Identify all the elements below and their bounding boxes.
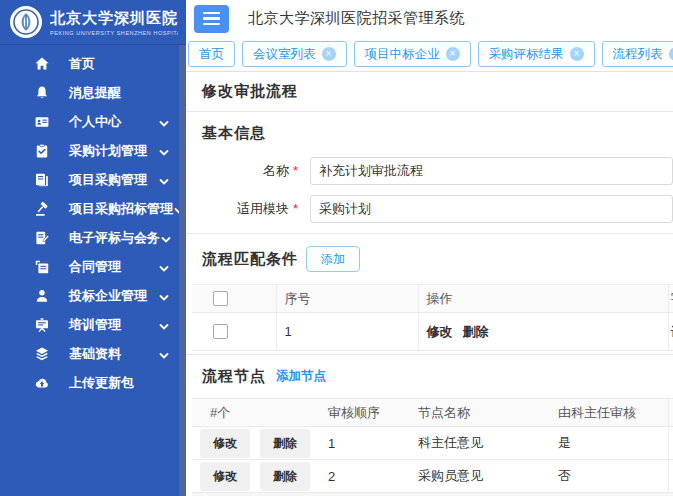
condition-seq-cell: 1 [276,313,418,351]
column-header-order: 审核顺序 [320,399,410,427]
sidebar-item-label: 合同管理 [69,258,158,276]
sidebar-item-project-procurement[interactable]: 项目采购管理 [0,165,186,194]
section-divider [186,354,673,355]
app-title: 北京大学深圳医院招采管理系统 [248,9,465,28]
column-header-cut: 字 [668,285,673,313]
sidebar-item-label: 投标企业管理 [69,287,158,305]
sidebar: 北京大学深圳医院 PEKING UNIVERSITY SHENZHEN HOSP… [0,0,186,496]
sidebar-scrollbar[interactable] [179,45,186,496]
condition-cut-cell: 计 [668,313,673,351]
column-header-seq: 序号 [276,285,418,313]
row-checkbox[interactable] [213,324,228,339]
sidebar-item-label: 培训管理 [69,316,158,334]
name-field-row: 名称 [202,157,673,185]
hospital-name-cn: 北京大学深圳医院 [50,9,178,28]
sidebar-item-label: 项目采购管理 [69,171,158,189]
name-field-label: 名称 [202,162,298,180]
sidebar-item-label: 首页 [69,55,170,73]
close-icon[interactable]: × [446,47,460,61]
chevron-down-icon [158,145,170,157]
sidebar-item-messages[interactable]: 消息提醒 [0,78,186,107]
close-icon[interactable]: × [570,47,584,61]
home-icon [33,55,50,72]
delete-button[interactable]: 删除 [260,429,310,458]
hospital-name-en: PEKING UNIVERSITY SHENZHEN HOSPITAL [50,30,178,36]
sidebar-item-contract-management[interactable]: 合同管理 [0,252,186,281]
node-row: 修改删除 2 采购员意见 否 [192,460,673,493]
delete-button[interactable]: 删除 [260,462,310,491]
nodes-table-header-row: #个 审核顺序 节点名称 由科主任审核 [192,399,673,427]
column-header-index: #个 [192,399,320,427]
conditions-table: 序号 操作 字 1 修改删除 计 [192,284,673,351]
sidebar-item-procurement-plan[interactable]: 采购计划管理 [0,136,186,165]
node-name-cell: 科主任意见 [410,427,550,460]
id-card-icon [33,113,50,130]
chevron-down-icon [158,261,170,273]
sidebar-item-label: 电子评标与会务 [69,229,160,247]
cloud-upload-icon [33,374,50,391]
add-condition-button[interactable]: 添加 [306,246,360,272]
top-header: 北京大学深圳医院招采管理系统 [186,0,673,37]
tab-meeting-room-list[interactable]: 会议室列表 × [242,41,347,67]
main-content: 修改审批流程 基本信息 名称 适用模块 流程匹配条件 添加 [186,72,673,496]
chevron-down-icon [160,232,172,244]
basic-info-form: 名称 适用模块 [202,157,673,223]
gavel-icon [33,200,50,217]
chevron-down-icon [158,174,170,186]
chevron-down-icon [158,319,170,331]
page-title-row: 修改审批流程 [186,72,673,112]
sidebar-item-bidder-enterprise[interactable]: 投标企业管理 [0,281,186,310]
delete-link[interactable]: 删除 [463,324,489,339]
module-field-label: 适用模块 [202,200,298,218]
sidebar-item-e-evaluation[interactable]: 电子评标与会务 [0,223,186,252]
sidebar-menu: 首页 消息提醒 个人中心 采购 [0,45,186,397]
hospital-logo-icon [9,5,43,39]
sidebar-item-upload-package[interactable]: 上传更新包 [0,368,186,397]
module-field-row: 适用模块 [202,195,673,223]
node-chief-cell: 是 [550,427,668,460]
tab-label: 采购评标结果 [489,46,564,63]
add-node-link[interactable]: 添加节点 [276,368,326,385]
close-icon[interactable]: × [322,47,336,61]
node-actions-cell: 修改删除 [192,460,320,493]
select-all-checkbox[interactable] [213,291,228,306]
tab-label: 首页 [199,46,224,63]
conditions-header: 流程匹配条件 添加 [202,246,657,272]
node-order-cell: 1 [320,427,410,460]
contract-icon [33,258,50,275]
condition-actions-cell: 修改删除 [418,313,668,351]
tab-home[interactable]: 首页 [188,41,235,67]
modify-link[interactable]: 修改 [427,324,453,339]
column-header-node-name: 节点名称 [410,399,550,427]
condition-row: 1 修改删除 计 [192,313,673,351]
nodes-table: #个 审核顺序 节点名称 由科主任审核 修改删除 1 科主任意见 是 [192,398,673,493]
sidebar-item-label: 采购计划管理 [69,142,158,160]
page-title: 修改审批流程 [202,82,298,101]
sidebar-item-bidding-management[interactable]: 项目采购招标管理 [0,194,186,223]
close-icon[interactable]: × [669,47,673,61]
sidebar-item-basic-data[interactable]: 基础资料 [0,339,186,368]
sidebar-item-training-management[interactable]: 培训管理 [0,310,186,339]
tab-label: 会议室列表 [253,46,316,63]
sidebar-item-personal-center[interactable]: 个人中心 [0,107,186,136]
tab-winning-enterprises[interactable]: 项目中标企业 × [354,41,471,67]
tab-evaluation-results[interactable]: 采购评标结果 × [478,41,595,67]
node-actions-cell: 修改删除 [192,427,320,460]
menu-toggle-button[interactable] [194,5,229,33]
node-row: 修改删除 1 科主任意见 是 [192,427,673,460]
name-input[interactable] [310,157,673,185]
sidebar-item-label: 个人中心 [69,113,158,131]
modify-button[interactable]: 修改 [200,429,250,458]
bell-icon [33,84,50,101]
user-icon [33,287,50,304]
conditions-table-header-row: 序号 操作 字 [192,285,673,313]
node-order-cell: 2 [320,460,410,493]
sidebar-item-label: 消息提醒 [69,84,170,102]
basic-info-header: 基本信息 [202,124,657,143]
modify-button[interactable]: 修改 [200,462,250,491]
module-input[interactable] [310,195,673,223]
sidebar-item-home[interactable]: 首页 [0,49,186,78]
tab-process-list[interactable]: 流程列表 × [602,41,673,67]
chevron-down-icon [158,116,170,128]
chevron-down-icon [158,348,170,360]
